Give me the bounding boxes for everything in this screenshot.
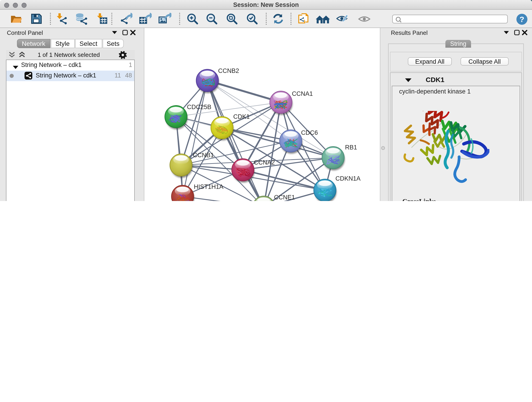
- svg-text:CDK1: CDK1: [233, 113, 250, 120]
- svg-text:CCNB2: CCNB2: [218, 67, 239, 74]
- svg-text:CDC25B: CDC25B: [187, 104, 211, 110]
- svg-text:CCNB1: CCNB1: [193, 152, 214, 159]
- svg-text:CCNE1: CCNE1: [274, 194, 295, 201]
- svg-text:RB1: RB1: [345, 144, 357, 151]
- svg-text:CDC6: CDC6: [301, 129, 318, 136]
- svg-text:CCNA2: CCNA2: [254, 159, 275, 166]
- svg-text:CCNA1: CCNA1: [292, 90, 313, 97]
- svg-text:CDKN1A: CDKN1A: [336, 175, 361, 182]
- svg-text:?: ?: [520, 15, 525, 24]
- svg-text:HIST1H1A: HIST1H1A: [194, 183, 223, 190]
